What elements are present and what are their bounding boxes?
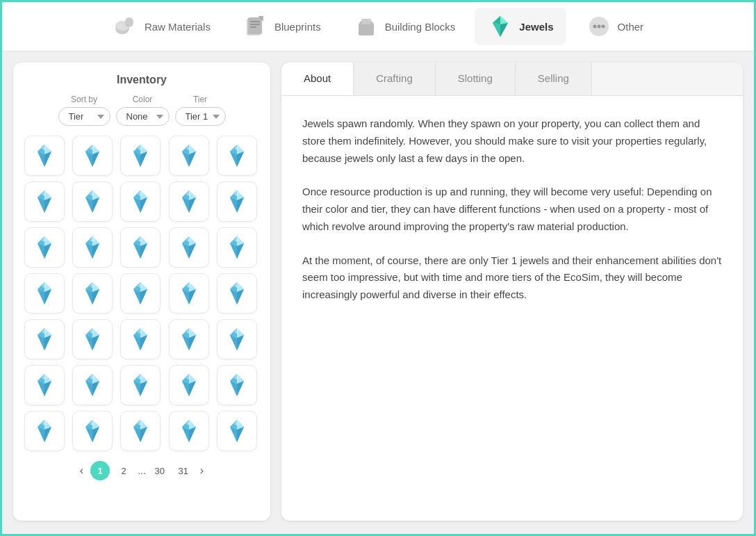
svg-marker-16 <box>500 16 508 24</box>
page-ellipsis: ... <box>138 465 146 476</box>
pagination: ‹ 1 2 ... 30 31 › <box>24 461 259 480</box>
jewel-item[interactable] <box>169 181 209 222</box>
jewel-item[interactable] <box>217 411 257 451</box>
nav-item-jewels[interactable]: Jewels <box>475 8 566 45</box>
jewel-item[interactable] <box>72 181 113 222</box>
jewel-item[interactable] <box>24 411 65 451</box>
page-31-button[interactable]: 31 <box>174 461 193 480</box>
jewel-item[interactable] <box>217 365 257 405</box>
tier-select[interactable]: Tier 1 Tier 2 Tier 3 <box>175 107 226 126</box>
jewel-item[interactable] <box>72 365 113 405</box>
jewel-item[interactable] <box>24 319 65 359</box>
svg-marker-19 <box>500 23 508 37</box>
color-select[interactable]: None Blue Red Green <box>116 107 170 126</box>
nav-label-building-blocks: Building Blocks <box>385 21 456 33</box>
page-1-button[interactable]: 1 <box>90 461 110 480</box>
sort-by-select[interactable]: Tier Color Name <box>58 107 110 126</box>
jewel-item[interactable] <box>120 411 161 451</box>
about-paragraph-1: Jewels spawn randomly. When they spawn o… <box>302 115 722 167</box>
jewel-item[interactable] <box>72 136 113 176</box>
page-30-button[interactable]: 30 <box>150 461 170 480</box>
jewel-item[interactable] <box>217 227 257 268</box>
tab-about[interactable]: About <box>281 63 354 95</box>
jewel-item[interactable] <box>169 273 209 314</box>
blueprints-icon <box>243 13 269 40</box>
prev-page-button[interactable]: ‹ <box>77 462 86 480</box>
jewel-item[interactable] <box>72 411 113 451</box>
about-paragraph-3: At the moment, of course, there are only… <box>302 252 722 304</box>
nav-item-raw-materials[interactable]: Raw Materials <box>100 8 223 45</box>
tab-selling[interactable]: Selling <box>516 63 592 95</box>
about-paragraph-2: Once resource production is up and runni… <box>302 184 722 235</box>
jewel-item[interactable] <box>169 227 209 268</box>
tab-bar: About Crafting Slotting Selling <box>281 63 743 96</box>
right-panel: About Crafting Slotting Selling Jewels s… <box>281 63 743 521</box>
jewel-item[interactable] <box>24 365 65 405</box>
jewel-item[interactable] <box>169 136 209 176</box>
jewel-item[interactable] <box>72 273 113 314</box>
nav-label-raw-materials: Raw Materials <box>145 21 211 33</box>
jewel-item[interactable] <box>24 227 65 268</box>
jewel-item[interactable] <box>217 181 257 222</box>
main-content: Inventory Sort by Tier Color Name Color … <box>2 51 754 532</box>
jewel-item[interactable] <box>217 319 257 359</box>
color-label: Color <box>133 95 153 104</box>
jewel-item[interactable] <box>120 319 161 359</box>
tab-slotting[interactable]: Slotting <box>436 63 516 95</box>
raw-materials-icon <box>113 13 139 40</box>
svg-marker-18 <box>493 23 500 37</box>
jewel-item[interactable] <box>24 136 65 176</box>
nav-label-blueprints: Blueprints <box>274 21 321 33</box>
tier-label: Tier <box>193 95 207 104</box>
sort-by-label: Sort by <box>71 95 97 104</box>
sort-by-group: Sort by Tier Color Name <box>58 95 110 126</box>
tier-group: Tier Tier 1 Tier 2 Tier 3 <box>175 95 226 126</box>
jewel-item[interactable] <box>169 319 209 359</box>
jewels-icon <box>487 13 513 40</box>
svg-rect-13 <box>360 22 362 25</box>
jewel-item[interactable] <box>217 273 257 314</box>
next-page-button[interactable]: › <box>197 462 206 480</box>
top-navigation: Raw Materials Blueprints Building Blocks <box>2 2 754 51</box>
nav-item-other[interactable]: Other <box>573 8 657 45</box>
building-blocks-icon <box>353 13 379 40</box>
svg-rect-12 <box>361 19 371 24</box>
inventory-panel: Inventory Sort by Tier Color Name Color … <box>13 63 270 521</box>
jewel-item[interactable] <box>169 411 209 451</box>
jewel-grid <box>24 136 259 451</box>
svg-rect-14 <box>370 22 372 25</box>
jewel-item[interactable] <box>120 181 161 222</box>
jewel-item[interactable] <box>72 227 113 268</box>
jewel-item[interactable] <box>24 273 65 314</box>
jewel-item[interactable] <box>120 227 161 268</box>
nav-item-building-blocks[interactable]: Building Blocks <box>340 8 468 45</box>
jewel-item[interactable] <box>120 273 161 314</box>
svg-point-23 <box>601 25 605 29</box>
svg-point-21 <box>593 25 596 29</box>
inventory-title: Inventory <box>24 74 259 86</box>
svg-rect-6 <box>248 17 262 34</box>
jewel-item[interactable] <box>217 136 257 176</box>
nav-item-blueprints[interactable]: Blueprints <box>230 8 334 45</box>
svg-point-22 <box>597 25 600 29</box>
nav-label-other: Other <box>618 21 644 33</box>
tab-crafting[interactable]: Crafting <box>354 63 436 95</box>
jewel-item[interactable] <box>120 136 161 176</box>
color-group: Color None Blue Red Green <box>116 95 170 126</box>
svg-point-4 <box>125 17 133 26</box>
jewel-item[interactable] <box>169 365 209 405</box>
other-icon <box>586 13 612 40</box>
jewel-item[interactable] <box>24 181 65 222</box>
page-2-button[interactable]: 2 <box>114 461 133 480</box>
jewel-item[interactable] <box>72 319 113 359</box>
tab-content-about: Jewels spawn randomly. When they spawn o… <box>281 96 743 521</box>
nav-label-jewels: Jewels <box>519 21 553 33</box>
sort-controls: Sort by Tier Color Name Color None Blue … <box>24 95 259 126</box>
jewel-item[interactable] <box>120 365 161 405</box>
svg-marker-17 <box>493 16 500 24</box>
